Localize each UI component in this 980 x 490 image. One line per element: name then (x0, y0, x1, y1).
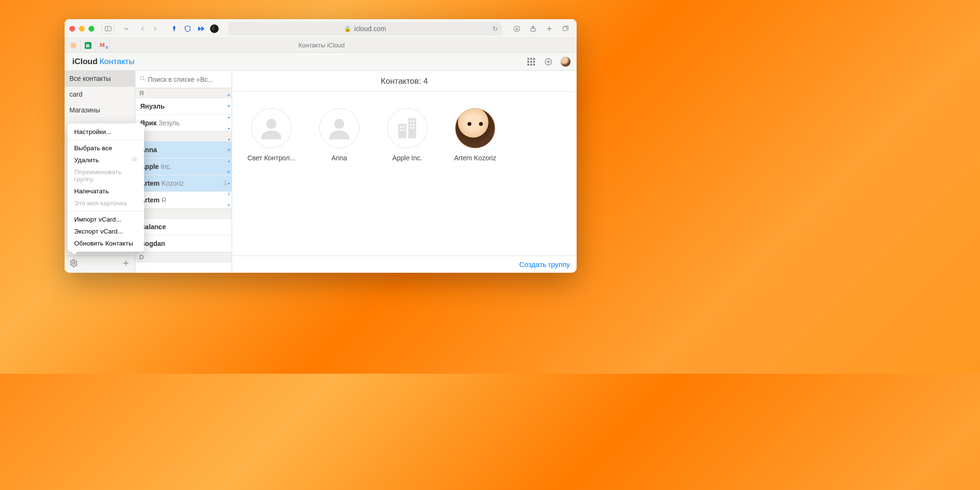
menu-item[interactable]: Настройки... (67, 126, 144, 138)
sidebar-item[interactable]: card (65, 87, 135, 102)
company-icon (387, 108, 427, 148)
back-button[interactable] (136, 22, 149, 35)
svg-rect-37 (410, 124, 412, 126)
svg-rect-29 (398, 124, 406, 138)
zoom-window-button[interactable] (89, 26, 94, 32)
alpha-index-letter[interactable] (228, 126, 230, 130)
alpha-index-letter[interactable] (228, 137, 230, 141)
contact-card[interactable]: Apple Inc. (382, 108, 432, 162)
apps-grid-button[interactable] (526, 56, 536, 67)
alpha-index-letter[interactable] (228, 181, 230, 185)
menu-item[interactable]: Обновить Контакты (67, 237, 144, 249)
address-bar[interactable]: 🔒 icloud.com ↻ (228, 22, 502, 35)
extension-icon-3[interactable] (196, 23, 206, 34)
section-header: D (135, 252, 232, 262)
extension-icon-2[interactable] (182, 23, 193, 34)
delete-key-icon (131, 156, 137, 164)
memoji-avatar (455, 108, 495, 148)
app-name[interactable]: Контакты (100, 57, 134, 67)
groups-sidebar: Все контактыcardМагазиныМузеиУслуги Наст… (65, 71, 135, 273)
gear-button[interactable] (69, 259, 78, 270)
lock-icon: 🔒 (344, 25, 351, 32)
alpha-index-letter[interactable]: А (227, 93, 230, 97)
forward-button[interactable] (149, 22, 161, 35)
sidebar-toggle-button[interactable] (102, 23, 114, 34)
alpha-index-letter[interactable]: Я (227, 148, 230, 152)
section-header: A (135, 132, 232, 142)
extension-icon-4[interactable]: ☾ (209, 23, 220, 34)
svg-rect-10 (563, 27, 567, 31)
svg-point-23 (228, 128, 230, 129)
contact-card-name: Artem Kozoriz (450, 154, 500, 162)
browser-window: ☾ 🔒 icloud.com ↻ 🔆 ▦ M0 (65, 19, 577, 273)
menu-item: Переименовать группу (67, 166, 144, 185)
alpha-index-letter[interactable] (228, 115, 230, 119)
person-icon (319, 108, 359, 148)
tab-bar: 🔆 ▦ M0 Контакты iCloud (65, 38, 577, 53)
menu-item[interactable]: Удалить (67, 154, 144, 166)
app-header: iCloud Контакты (65, 53, 577, 71)
contact-card[interactable]: Artem Kozoriz (450, 108, 500, 162)
svg-line-20 (144, 79, 145, 81)
sidebar-item[interactable]: Магазины (65, 102, 135, 118)
menu-separator (67, 140, 144, 140)
contact-row[interactable]: Януэль (135, 98, 232, 115)
search-input[interactable] (148, 76, 228, 83)
alpha-index-letter[interactable]: И (227, 104, 230, 108)
svg-point-26 (228, 183, 230, 184)
alpha-index-letter[interactable] (228, 159, 230, 163)
sidebar-item[interactable]: Все контакты (65, 71, 135, 87)
contact-row[interactable]: ArtemKozoriz (135, 175, 232, 192)
svg-point-21 (224, 180, 227, 183)
svg-rect-31 (400, 126, 402, 128)
menu-item[interactable]: Выбрать все (67, 142, 144, 154)
contact-card-name: Свет Контрол... (246, 154, 296, 162)
minimize-window-button[interactable] (79, 26, 85, 32)
close-window-button[interactable] (69, 26, 75, 32)
contact-card[interactable]: Anna (314, 108, 364, 162)
alpha-index[interactable]: АИЯRZ# (227, 91, 230, 273)
svg-point-19 (140, 76, 144, 79)
contact-row[interactable]: AppleInc. (135, 158, 232, 175)
svg-rect-32 (403, 126, 405, 128)
section-header: B (135, 209, 232, 219)
add-button[interactable] (543, 56, 554, 67)
contact-row[interactable]: Balance (135, 219, 232, 235)
contact-row[interactable]: ArtemR (135, 192, 232, 209)
svg-rect-40 (413, 127, 415, 129)
contact-card[interactable]: Свет Контрол... (246, 108, 296, 162)
svg-point-24 (228, 139, 230, 140)
alpha-index-letter[interactable]: R (227, 170, 230, 174)
svg-marker-2 (198, 26, 201, 31)
alpha-index-letter[interactable]: Z (228, 192, 230, 196)
contact-row[interactable]: Anna (135, 142, 232, 158)
add-group-button[interactable] (122, 259, 130, 270)
svg-point-25 (228, 161, 230, 162)
contact-row[interactable]: Bogdan (135, 235, 232, 252)
svg-rect-34 (403, 129, 405, 131)
menu-item[interactable]: Напечатать (67, 185, 144, 197)
menu-item[interactable]: Импорт vCard... (67, 213, 144, 225)
extension-icon-1[interactable] (169, 23, 179, 34)
detail-pane: Контактов: 4 Свет Контрол...AnnaApple In… (232, 71, 577, 273)
svg-point-27 (267, 119, 277, 129)
contact-card-name: Apple Inc. (382, 154, 432, 162)
contact-row[interactable]: ЯрикЗезуль (135, 115, 232, 132)
downloads-button[interactable] (511, 22, 523, 35)
active-tab-title[interactable]: Контакты iCloud (65, 42, 577, 49)
alpha-index-letter[interactable]: # (228, 203, 230, 207)
reload-button[interactable]: ↻ (492, 25, 498, 33)
content-area: Все контактыcardМагазиныМузеиУслуги Наст… (65, 71, 577, 273)
menu-item[interactable]: Экспорт vCard... (67, 225, 144, 237)
brand-text: iCloud (72, 57, 98, 67)
svg-marker-3 (201, 26, 205, 31)
share-button[interactable] (527, 22, 539, 35)
tab-overview-button[interactable] (559, 22, 572, 35)
create-group-link[interactable]: Создать группу (519, 260, 570, 268)
tab-groups-dropdown[interactable] (120, 22, 133, 35)
account-avatar[interactable] (560, 56, 571, 67)
new-tab-button[interactable] (543, 22, 556, 35)
contact-count: Контактов: 4 (232, 71, 577, 92)
window-controls (69, 26, 94, 32)
url-text: icloud.com (354, 25, 386, 33)
